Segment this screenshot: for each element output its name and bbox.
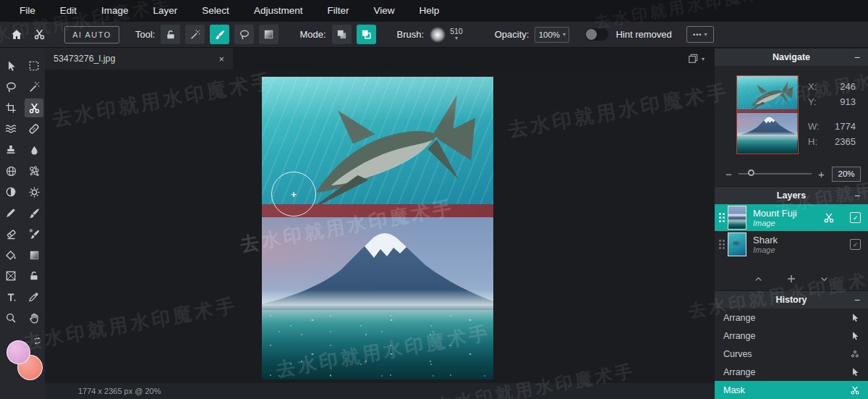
menu-bar: FileEditImageLayerSelectAdjustmentFilter… bbox=[0, 0, 868, 22]
tool-bubbles[interactable] bbox=[25, 161, 43, 180]
tool-option-lock-button[interactable] bbox=[161, 25, 180, 44]
tool-adjust-sun[interactable] bbox=[25, 182, 43, 201]
tool-hand[interactable] bbox=[25, 308, 43, 327]
tool-move[interactable] bbox=[1, 56, 20, 75]
checkmark-icon: ✓ bbox=[853, 241, 859, 248]
history-item-arrange-1[interactable]: Arrange bbox=[715, 327, 868, 345]
brush-cursor[interactable]: + bbox=[271, 172, 316, 217]
tool-option-magic-wand-button[interactable] bbox=[185, 25, 205, 44]
menu-layer[interactable]: Layer bbox=[141, 0, 190, 22]
close-icon[interactable]: × bbox=[218, 54, 224, 64]
menu-view[interactable]: View bbox=[361, 0, 407, 22]
tool-frame[interactable] bbox=[1, 266, 20, 285]
hint-removed-label: Hint removed bbox=[616, 29, 671, 40]
tool-crop[interactable] bbox=[1, 98, 20, 117]
tool-eyedropper[interactable] bbox=[25, 287, 43, 306]
minimize-icon[interactable]: − bbox=[854, 292, 860, 308]
canvas-area[interactable]: + 1774 x 2365 px @ 20% bbox=[45, 70, 715, 399]
layer-scissors-icon[interactable] bbox=[823, 212, 835, 224]
tab-document[interactable]: 53473276_l.jpg × bbox=[45, 48, 233, 70]
swap-colors-icon[interactable] bbox=[33, 336, 42, 345]
zoom-in-button[interactable]: + bbox=[817, 168, 826, 180]
tool-brush[interactable] bbox=[25, 203, 43, 222]
history-panel-header: History − bbox=[715, 290, 868, 308]
layer-name: Shark bbox=[753, 235, 778, 245]
arrange-windows-button[interactable]: ▾ bbox=[687, 53, 705, 64]
menu-help[interactable]: Help bbox=[407, 0, 451, 22]
tool-remove-scissors[interactable] bbox=[25, 98, 43, 117]
history-item-arrange-3[interactable]: Arrange bbox=[715, 363, 868, 381]
layer-drag-handle-icon[interactable] bbox=[719, 213, 725, 222]
tool-mixer-brush[interactable] bbox=[25, 224, 43, 243]
opacity-select[interactable]: 100% ▾ bbox=[535, 27, 569, 43]
minimize-icon[interactable]: − bbox=[854, 188, 860, 204]
zoom-slider-handle[interactable] bbox=[748, 169, 754, 176]
foreground-color-swatch[interactable] bbox=[7, 340, 30, 364]
brush-size-control[interactable]: 510 ▾ bbox=[450, 28, 463, 41]
history-item-mask-4[interactable]: Mask bbox=[715, 381, 868, 399]
tool-gradient[interactable] bbox=[25, 245, 43, 264]
tool-fill-bucket[interactable] bbox=[1, 245, 20, 264]
layer-row-shark[interactable]: SharkImage✓ bbox=[715, 231, 868, 258]
menu-adjustment[interactable]: Adjustment bbox=[242, 0, 315, 22]
history-item-curves-2[interactable]: Curves bbox=[715, 345, 868, 363]
layer-row-mount-fuji[interactable]: Mount FujiImage✓ bbox=[715, 204, 868, 231]
composite-image[interactable] bbox=[262, 77, 493, 379]
navigator-thumbnail[interactable] bbox=[736, 75, 799, 154]
layer-meta: SharkImage bbox=[753, 235, 778, 255]
zoom-slider[interactable] bbox=[739, 173, 812, 175]
tool-blur-drop[interactable] bbox=[25, 140, 43, 159]
tool-clone-stamp[interactable] bbox=[1, 140, 20, 159]
layer-visibility-checkbox[interactable]: ✓ bbox=[850, 212, 861, 223]
right-panel: Navigate − bbox=[715, 48, 868, 399]
tool-frequency-waves[interactable] bbox=[1, 119, 20, 138]
menu-filter[interactable]: Filter bbox=[315, 0, 361, 22]
move-layer-up-icon[interactable] bbox=[753, 274, 764, 285]
tool-option-brush-button[interactable] bbox=[210, 25, 229, 44]
tool-lock[interactable] bbox=[25, 266, 43, 285]
layer-name: Mount Fuji bbox=[753, 208, 797, 219]
scissors-icon[interactable] bbox=[33, 28, 46, 41]
menu-select[interactable]: Select bbox=[190, 0, 242, 22]
mode-normal-button[interactable] bbox=[332, 25, 352, 44]
move-layer-down-icon[interactable] bbox=[819, 274, 830, 285]
minimize-icon[interactable]: − bbox=[854, 49, 860, 66]
chevron-down-icon: ▾ bbox=[704, 31, 707, 38]
ai-auto-button[interactable]: AI AUTO bbox=[64, 26, 119, 43]
opacity-label: Opacity: bbox=[495, 29, 529, 40]
tool-option-gradient-button[interactable] bbox=[259, 25, 278, 44]
tool-heal-patch[interactable] bbox=[25, 119, 43, 138]
tool-liquify-sphere[interactable] bbox=[1, 161, 20, 180]
zoom-value-box[interactable]: 20% bbox=[832, 167, 861, 182]
tool-lasso[interactable] bbox=[1, 77, 20, 96]
home-icon[interactable] bbox=[10, 28, 23, 41]
nav-field-x: X:246 bbox=[808, 79, 856, 94]
layer-drag-handle-icon[interactable] bbox=[719, 240, 725, 249]
tool-type[interactable] bbox=[1, 287, 20, 306]
hint-removed-toggle[interactable] bbox=[585, 28, 608, 41]
layer-thumbnail[interactable] bbox=[728, 206, 746, 230]
zoom-out-button[interactable]: − bbox=[724, 168, 733, 180]
tool-marquee-select[interactable] bbox=[25, 56, 43, 75]
nav-field-label: H: bbox=[808, 134, 824, 149]
tool-zoom[interactable] bbox=[1, 308, 20, 327]
layer-thumbnail[interactable] bbox=[728, 232, 746, 256]
navigate-panel-header: Navigate − bbox=[715, 48, 868, 66]
tool-option-lasso-button[interactable] bbox=[234, 25, 254, 44]
tool-pencil[interactable] bbox=[1, 203, 20, 222]
mode-label: Mode: bbox=[299, 29, 326, 40]
tool-dodge[interactable] bbox=[1, 182, 20, 201]
menu-image[interactable]: Image bbox=[89, 0, 141, 22]
add-layer-icon[interactable] bbox=[786, 273, 797, 285]
tool-label: Tool: bbox=[135, 29, 155, 40]
layer-visibility-checkbox[interactable]: ✓ bbox=[850, 239, 861, 250]
history-item-arrange-0[interactable]: Arrange bbox=[715, 308, 868, 327]
more-options-button[interactable]: ••• ▾ bbox=[686, 26, 714, 43]
menu-file[interactable]: File bbox=[7, 0, 48, 22]
mode-add-button[interactable] bbox=[357, 25, 376, 44]
tool-spot-heal[interactable] bbox=[25, 77, 43, 96]
composite-image[interactable] bbox=[737, 76, 798, 154]
menu-edit[interactable]: Edit bbox=[48, 0, 89, 22]
tool-eraser[interactable] bbox=[1, 224, 20, 243]
brush-preview-swatch[interactable] bbox=[430, 27, 446, 43]
